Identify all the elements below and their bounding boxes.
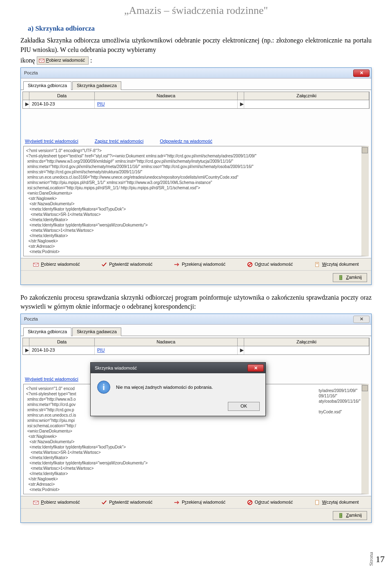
dialog-close-button[interactable]: ✕ [247, 364, 264, 372]
intro-ikone-prefix: ikonę [20, 56, 35, 65]
tb-przekieruj[interactable]: Przekieruj wiadomość [172, 261, 228, 268]
window-titlebar: Poczta ✕ [21, 68, 371, 78]
tab-inbox[interactable]: Skrzynka odbiorcza [23, 81, 71, 90]
tb-odrzuc-2[interactable]: Odrzuć wiadomość [245, 499, 296, 506]
cell-zalaczniki-2 [244, 346, 369, 354]
table-row[interactable]: ▶ 2014-10-23 PIU ▶ [22, 100, 370, 108]
cell-data-2: 2014-10-23 [29, 346, 95, 354]
link-wyswietl[interactable]: Wyświetl treść wiadomości [25, 138, 78, 144]
xml-right-fragments: ty/adres/2009/11/09/" 09/11/16/" aty/oso… [318, 388, 361, 415]
dialog-titlebar: Skrzynka wiadomość ✕ [91, 363, 265, 373]
toolbar: Pobierz wiadomość Potwierdź wiadomość Pr… [21, 258, 371, 270]
forbid-icon [247, 500, 253, 505]
dialog: Skrzynka wiadomość ✕ i Nie ma więcej żad… [90, 362, 266, 416]
document-icon [314, 262, 320, 267]
window-title-2: Poczta [24, 316, 38, 322]
mail-icon [39, 58, 45, 63]
cell-nadawca-2[interactable]: PIU [95, 346, 238, 354]
mail-icon [33, 262, 39, 267]
dialog-ok-button[interactable]: OK [228, 402, 260, 410]
svg-line-11 [248, 501, 251, 504]
link-wyswietl-2[interactable]: Wyświetl treść wiadomości [25, 376, 78, 382]
grid-header: Data Nadawca Załączniki [22, 92, 370, 100]
between-paragraph: Po zakończeniu procesu sprawdzania skrzy… [20, 293, 372, 312]
pobierz-button-label: PPobierz wiadomośćobierz wiadomość [46, 57, 85, 63]
tab-inbox-2[interactable]: Skrzynka odbiorcza [23, 327, 71, 336]
col-zalaczniki-2: Załączniki [244, 338, 369, 346]
svg-point-14 [341, 515, 342, 516]
svg-rect-5 [316, 263, 318, 263]
section-heading: a) Skrzynka odbiorcza [28, 24, 372, 34]
pobierz-button-sample: PPobierz wiadomośćobierz wiadomość [37, 56, 89, 64]
door-icon [338, 513, 344, 518]
row-marker-icon: ▶ [23, 346, 29, 354]
close-icon: ✕ [360, 316, 363, 322]
mail-icon [33, 500, 39, 505]
svg-line-3 [248, 263, 251, 266]
svg-rect-4 [315, 262, 318, 267]
dialog-title: Skrzynka wiadomość [95, 365, 137, 371]
link-odpowiedz[interactable]: Odpowiedz na wiadomość [160, 138, 212, 144]
tb-odrzuc[interactable]: Odrzuć wiadomość [245, 261, 296, 268]
svg-rect-12 [315, 500, 318, 504]
screenshot-poczta-1: Poczta ✕ Skrzynka odbiorcza Skrzynka nad… [20, 67, 372, 285]
tab-outbox[interactable]: Skrzynka nadawcza [72, 81, 121, 90]
door-icon [338, 275, 344, 280]
link-zapisz[interactable]: Zapisz treść wiadomości [95, 138, 144, 144]
xml-preview: <?xml version="1.0" encoding="UTF-8"?> <… [23, 146, 369, 256]
svg-point-8 [341, 277, 342, 278]
screenshot-poczta-2: Poczta ✕ Skrzynka odbiorcza Skrzynka nad… [20, 314, 372, 522]
page-header: „Amazis – świadczenia rodzinne" [0, 0, 392, 24]
zamknij-button[interactable]: Zamknij [333, 273, 367, 282]
tb-wczytaj-2[interactable]: Wczytaj dokument [312, 499, 361, 506]
cell-data: 2014-10-23 [29, 100, 95, 108]
tb-pobierz[interactable]: Pobierz wiadomość [31, 261, 82, 268]
tb-przekieruj-2[interactable]: Przekieruj wiadomość [172, 499, 228, 506]
close-button[interactable]: ✕ [353, 70, 370, 77]
tb-potwierdz[interactable]: Potwierdź wiadomość [99, 261, 155, 268]
tabs-2: Skrzynka odbiorcza Skrzynka nadawcza [21, 325, 371, 336]
row-marker2-icon: ▶ [238, 100, 244, 108]
info-icon: i [97, 381, 110, 394]
arrow-icon [174, 262, 180, 267]
col-zalaczniki: Załączniki [244, 92, 369, 100]
forbid-icon [247, 262, 253, 267]
window-title: Poczta [24, 70, 38, 76]
tb-potwierdz-2[interactable]: Potwierdź wiadomość [99, 499, 155, 506]
grid-header-2: Data Nadawca Załączniki [22, 338, 370, 346]
cell-nadawca[interactable]: PIU [95, 100, 238, 108]
row-marker-icon: ▶ [23, 100, 29, 108]
close-icon: ✕ [254, 365, 258, 371]
col-nadawca: Nadawca [95, 92, 238, 100]
cell-zalaczniki [244, 100, 369, 108]
check-icon [101, 262, 107, 267]
dialog-message: Nie ma więcej żadnych wiadomości do pobr… [116, 384, 213, 390]
tb-pobierz-2[interactable]: Pobierz wiadomość [31, 499, 82, 506]
intro-paragraph-1: Zakładka Skrzynka odbiorcza umożliwia uż… [20, 36, 372, 54]
tb-wczytaj[interactable]: Wczytaj dokument [312, 261, 361, 268]
message-links: Wyświetl treść wiadomości Zapisz treść w… [21, 135, 371, 146]
tab-outbox-2[interactable]: Skrzynka nadawcza [72, 327, 121, 336]
col-data: Data [29, 92, 95, 100]
svg-rect-6 [316, 264, 318, 264]
toolbar-2: Pobierz wiadomość Potwierdź wiadomość Pr… [21, 496, 371, 508]
intro-colon: : [90, 56, 92, 65]
col-nadawca-2: Nadawca [95, 338, 238, 346]
row-marker2-icon: ▶ [238, 346, 244, 354]
window-titlebar-2: Poczta ✕ [21, 314, 371, 325]
col-data-2: Data [29, 338, 95, 346]
table-row-2[interactable]: ▶ 2014-10-23 PIU ▶ [22, 346, 370, 354]
close-icon: ✕ [360, 70, 363, 76]
zamknij-button-2[interactable]: Zamknij [333, 511, 367, 520]
arrow-icon [174, 500, 180, 505]
document-icon [314, 500, 320, 505]
tabs: Skrzynka odbiorcza Skrzynka nadawcza [21, 78, 371, 90]
check-icon [101, 500, 107, 505]
close-button-2[interactable]: ✕ [353, 316, 370, 323]
